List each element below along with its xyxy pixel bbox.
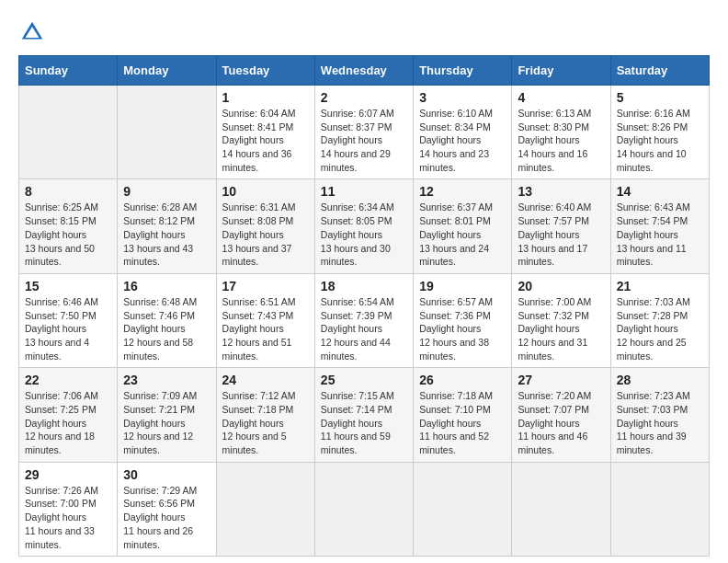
calendar-cell	[314, 462, 413, 556]
day-info: Sunrise: 6:37 AMSunset: 8:01 PMDaylight …	[419, 201, 506, 268]
day-info: Sunrise: 6:46 AMSunset: 7:50 PMDaylight …	[25, 295, 111, 362]
weekday-header-monday: Monday	[118, 56, 216, 86]
calendar-cell: 18Sunrise: 6:54 AMSunset: 7:39 PMDayligh…	[314, 273, 413, 367]
calendar-cell: 3Sunrise: 6:10 AMSunset: 8:34 PMDaylight…	[414, 86, 512, 179]
calendar-cell: 17Sunrise: 6:51 AMSunset: 7:43 PMDayligh…	[216, 273, 314, 367]
day-info: Sunrise: 6:16 AMSunset: 8:26 PMDaylight …	[617, 107, 703, 174]
weekday-header-friday: Friday	[512, 56, 610, 86]
day-info: Sunrise: 7:09 AMSunset: 7:21 PMDaylight …	[123, 389, 210, 456]
day-number: 11	[321, 184, 407, 199]
day-info: Sunrise: 6:34 AMSunset: 8:05 PMDaylight …	[321, 201, 407, 268]
day-number: 22	[25, 373, 111, 387]
day-info: Sunrise: 6:54 AMSunset: 7:39 PMDaylight …	[321, 295, 407, 362]
calendar-cell	[19, 86, 118, 179]
page-header	[18, 18, 710, 46]
day-number: 9	[123, 184, 210, 199]
calendar-cell: 23Sunrise: 7:09 AMSunset: 7:21 PMDayligh…	[118, 368, 216, 462]
day-number: 13	[518, 184, 604, 199]
day-info: Sunrise: 6:31 AMSunset: 8:08 PMDaylight …	[222, 201, 309, 268]
calendar-cell	[118, 86, 216, 179]
day-info: Sunrise: 7:12 AMSunset: 7:18 PMDaylight …	[222, 389, 309, 456]
calendar-cell: 30Sunrise: 7:29 AMSunset: 6:56 PMDayligh…	[118, 462, 216, 556]
calendar-cell: 29Sunrise: 7:26 AMSunset: 7:00 PMDayligh…	[19, 462, 118, 556]
weekday-header-row: SundayMondayTuesdayWednesdayThursdayFrid…	[19, 56, 710, 86]
calendar-week-1: 1Sunrise: 6:04 AMSunset: 8:41 PMDaylight…	[19, 86, 710, 179]
day-info: Sunrise: 6:57 AMSunset: 7:36 PMDaylight …	[419, 295, 506, 362]
calendar-cell	[512, 462, 610, 556]
day-number: 26	[419, 373, 506, 387]
calendar-cell	[414, 462, 512, 556]
day-number: 21	[617, 279, 703, 293]
day-number: 16	[123, 279, 210, 293]
weekday-header-tuesday: Tuesday	[216, 56, 314, 86]
day-info: Sunrise: 6:04 AMSunset: 8:41 PMDaylight …	[222, 107, 309, 174]
day-info: Sunrise: 7:26 AMSunset: 7:00 PMDaylight …	[25, 484, 111, 551]
day-number: 1	[222, 90, 309, 105]
weekday-header-saturday: Saturday	[610, 56, 709, 86]
calendar-cell: 15Sunrise: 6:46 AMSunset: 7:50 PMDayligh…	[19, 273, 118, 367]
day-info: Sunrise: 6:10 AMSunset: 8:34 PMDaylight …	[419, 107, 506, 174]
calendar-cell: 4Sunrise: 6:13 AMSunset: 8:30 PMDaylight…	[512, 86, 610, 179]
calendar-cell: 25Sunrise: 7:15 AMSunset: 7:14 PMDayligh…	[314, 368, 413, 462]
day-info: Sunrise: 7:06 AMSunset: 7:25 PMDaylight …	[25, 389, 111, 456]
calendar-cell: 21Sunrise: 7:03 AMSunset: 7:28 PMDayligh…	[610, 273, 709, 367]
day-number: 27	[518, 373, 604, 387]
day-info: Sunrise: 7:20 AMSunset: 7:07 PMDaylight …	[518, 389, 604, 456]
day-number: 12	[419, 184, 506, 199]
day-info: Sunrise: 7:23 AMSunset: 7:03 PMDaylight …	[617, 389, 703, 456]
logo	[18, 18, 48, 46]
calendar-cell: 16Sunrise: 6:48 AMSunset: 7:46 PMDayligh…	[118, 273, 216, 367]
day-info: Sunrise: 6:51 AMSunset: 7:43 PMDaylight …	[222, 295, 309, 362]
day-number: 3	[419, 90, 506, 105]
calendar-body: 1Sunrise: 6:04 AMSunset: 8:41 PMDaylight…	[19, 86, 710, 557]
day-info: Sunrise: 6:48 AMSunset: 7:46 PMDaylight …	[123, 295, 210, 362]
day-info: Sunrise: 6:13 AMSunset: 8:30 PMDaylight …	[518, 107, 604, 174]
day-number: 28	[617, 373, 703, 387]
day-info: Sunrise: 6:40 AMSunset: 7:57 PMDaylight …	[518, 201, 604, 268]
day-number: 20	[518, 279, 604, 293]
calendar-cell: 19Sunrise: 6:57 AMSunset: 7:36 PMDayligh…	[414, 273, 512, 367]
calendar-cell: 12Sunrise: 6:37 AMSunset: 8:01 PMDayligh…	[414, 179, 512, 273]
day-number: 10	[222, 184, 309, 199]
calendar-cell: 28Sunrise: 7:23 AMSunset: 7:03 PMDayligh…	[610, 368, 709, 462]
calendar-week-5: 29Sunrise: 7:26 AMSunset: 7:00 PMDayligh…	[19, 462, 710, 556]
day-number: 5	[617, 90, 703, 105]
day-number: 17	[222, 279, 309, 293]
calendar-cell: 22Sunrise: 7:06 AMSunset: 7:25 PMDayligh…	[19, 368, 118, 462]
calendar-cell: 26Sunrise: 7:18 AMSunset: 7:10 PMDayligh…	[414, 368, 512, 462]
day-number: 19	[419, 279, 506, 293]
calendar-cell: 1Sunrise: 6:04 AMSunset: 8:41 PMDaylight…	[216, 86, 314, 179]
day-number: 18	[321, 279, 407, 293]
calendar-cell	[216, 462, 314, 556]
calendar-cell: 5Sunrise: 6:16 AMSunset: 8:26 PMDaylight…	[610, 86, 709, 179]
day-number: 4	[518, 90, 604, 105]
calendar-cell: 10Sunrise: 6:31 AMSunset: 8:08 PMDayligh…	[216, 179, 314, 273]
calendar-week-4: 22Sunrise: 7:06 AMSunset: 7:25 PMDayligh…	[19, 368, 710, 462]
calendar-cell: 2Sunrise: 6:07 AMSunset: 8:37 PMDaylight…	[314, 86, 413, 179]
calendar-cell: 24Sunrise: 7:12 AMSunset: 7:18 PMDayligh…	[216, 368, 314, 462]
day-number: 23	[123, 373, 210, 387]
calendar-cell: 13Sunrise: 6:40 AMSunset: 7:57 PMDayligh…	[512, 179, 610, 273]
day-number: 2	[321, 90, 407, 105]
day-info: Sunrise: 7:15 AMSunset: 7:14 PMDaylight …	[321, 389, 407, 456]
day-info: Sunrise: 7:00 AMSunset: 7:32 PMDaylight …	[518, 295, 604, 362]
day-number: 14	[617, 184, 703, 199]
weekday-header-sunday: Sunday	[19, 56, 118, 86]
weekday-header-wednesday: Wednesday	[314, 56, 413, 86]
day-info: Sunrise: 6:28 AMSunset: 8:12 PMDaylight …	[123, 201, 210, 268]
day-number: 15	[25, 279, 111, 293]
day-number: 30	[123, 467, 210, 482]
calendar-cell: 27Sunrise: 7:20 AMSunset: 7:07 PMDayligh…	[512, 368, 610, 462]
weekday-header-thursday: Thursday	[414, 56, 512, 86]
calendar-cell: 20Sunrise: 7:00 AMSunset: 7:32 PMDayligh…	[512, 273, 610, 367]
calendar-cell: 11Sunrise: 6:34 AMSunset: 8:05 PMDayligh…	[314, 179, 413, 273]
calendar-week-2: 8Sunrise: 6:25 AMSunset: 8:15 PMDaylight…	[19, 179, 710, 273]
calendar-table: SundayMondayTuesdayWednesdayThursdayFrid…	[18, 55, 710, 557]
calendar-cell: 8Sunrise: 6:25 AMSunset: 8:15 PMDaylight…	[19, 179, 118, 273]
day-info: Sunrise: 7:18 AMSunset: 7:10 PMDaylight …	[419, 389, 506, 456]
day-info: Sunrise: 7:29 AMSunset: 6:56 PMDaylight …	[123, 484, 210, 551]
day-number: 25	[321, 373, 407, 387]
day-info: Sunrise: 6:43 AMSunset: 7:54 PMDaylight …	[617, 201, 703, 268]
logo-icon	[18, 18, 46, 46]
calendar-cell	[610, 462, 709, 556]
